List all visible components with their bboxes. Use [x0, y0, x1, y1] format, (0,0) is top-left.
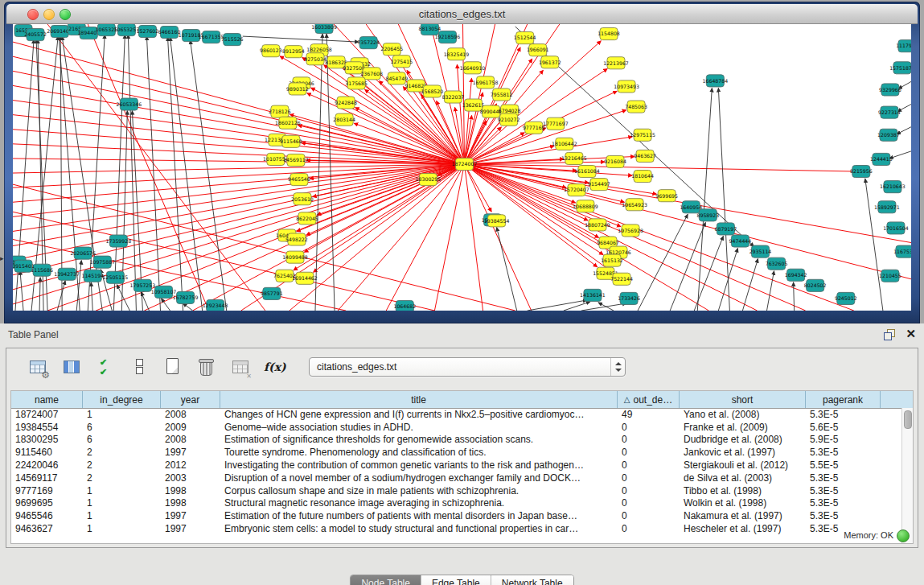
delete-table-button[interactable]: [230, 356, 251, 377]
graph-node[interactable]: 9227314: [878, 106, 901, 118]
graph-node[interactable]: 16961758: [473, 76, 499, 89]
table-cell[interactable]: 9465546: [11, 510, 83, 521]
tab-edge-table[interactable]: Edge Table: [421, 575, 491, 585]
graph-node[interactable]: 16161084: [574, 165, 600, 177]
graph-node[interactable]: 1154808: [598, 28, 620, 40]
graph-node[interactable]: 16210643: [880, 181, 906, 193]
graph-node[interactable]: 8024502: [804, 279, 827, 291]
graph-node[interactable]: 10688809: [573, 200, 598, 212]
graph-node[interactable]: 20206576: [70, 247, 96, 259]
table-cell[interactable]: 19384554: [11, 422, 83, 433]
table-cell[interactable]: 2008: [161, 434, 220, 445]
graph-node[interactable]: 1244415: [870, 153, 893, 165]
table-cell[interactable]: 0: [618, 459, 680, 471]
graph-node[interactable]: 1568520: [421, 85, 444, 97]
table-cell[interactable]: 0: [618, 447, 680, 458]
table-row[interactable]: 1938455462009Genome–wide association stu…: [11, 421, 902, 434]
graph-node[interactable]: 18325419: [444, 48, 470, 60]
table-cell[interactable]: Yano et al. (2008): [680, 409, 806, 420]
graph-node[interactable]: 16671355: [199, 31, 224, 43]
graph-node[interactable]: 19384554: [484, 215, 510, 227]
table-cell[interactable]: 1997: [161, 510, 220, 521]
graph-node[interactable]: 7515526: [221, 34, 244, 46]
table-cell[interactable]: Jankovic et al. (1997): [680, 447, 806, 458]
graph-node[interactable]: 12213967: [603, 57, 629, 69]
panel-collapse-arrow[interactable]: ▸: [0, 254, 4, 262]
table-cell[interactable]: Changes of HCN gene expression and I(f) …: [220, 409, 618, 420]
graph-node[interactable]: 16033809: [311, 24, 337, 34]
table-cell[interactable]: 0: [618, 497, 680, 509]
graph-node[interactable]: 1527602: [137, 26, 159, 38]
graph-node[interactable]: 12923448: [203, 299, 228, 311]
graph-node[interactable]: 1733426: [618, 292, 640, 304]
table-cell[interactable]: 2: [83, 447, 161, 458]
memory-status-indicator[interactable]: [897, 529, 910, 542]
graph-node[interactable]: 6466160: [158, 27, 181, 39]
table-cell[interactable]: 1998: [161, 497, 220, 509]
graph-node[interactable]: 16640910: [460, 62, 486, 74]
graph-node[interactable]: 9474444: [729, 235, 752, 247]
graph-node[interactable]: 2803144: [333, 113, 355, 126]
column-header-in_degree[interactable]: in_degree: [83, 391, 161, 408]
graph-node[interactable]: 14569117: [283, 154, 309, 166]
graph-node[interactable]: 1512544: [514, 32, 536, 44]
graph-node[interactable]: 18807249: [585, 219, 610, 231]
graph-node[interactable]: 8622045: [296, 212, 318, 225]
table-cell[interactable]: 2: [83, 459, 161, 471]
graph-node[interactable]: 14099488: [282, 251, 308, 263]
table-cell[interactable]: Investigating the contribution of common…: [220, 459, 618, 471]
graph-node[interactable]: 10973493: [614, 80, 639, 93]
close-icon[interactable]: ✕: [906, 327, 916, 341]
table-cell[interactable]: 49: [618, 409, 680, 420]
table-cell[interactable]: 2: [83, 472, 161, 484]
graph-node[interactable]: 2935114: [749, 245, 772, 257]
graph-node[interactable]: 17016504: [883, 222, 909, 234]
table-cell[interactable]: 5.5E-5: [806, 459, 881, 471]
table-cell[interactable]: 1: [83, 497, 161, 509]
show-columns-button[interactable]: [61, 356, 82, 377]
graph-node[interactable]: 9154497: [588, 179, 610, 191]
create-column-button[interactable]: [162, 356, 183, 377]
graph-node[interactable]: 1966091: [527, 44, 549, 56]
graph-node[interactable]: 9115460: [280, 135, 302, 147]
graph-node[interactable]: 1275415: [390, 56, 413, 68]
graph-node[interactable]: 3175685: [345, 77, 368, 89]
column-header-title[interactable]: title: [220, 391, 618, 408]
select-columns-button[interactable]: [95, 356, 116, 377]
table-cell[interactable]: 5.3E-5: [806, 510, 881, 521]
graph-node[interactable]: 1117937: [896, 40, 911, 52]
table-cell[interactable]: Tourette syndrome. Phenomenology and cla…: [220, 447, 618, 458]
table-cell[interactable]: 0: [618, 472, 680, 484]
table-cell[interactable]: 0: [618, 485, 680, 496]
graph-node[interactable]: 6879197: [715, 223, 737, 235]
function-builder-button[interactable]: f(x): [264, 356, 285, 377]
graph-node[interactable]: 16914462: [292, 272, 318, 284]
table-cell[interactable]: 5.3E-5: [806, 409, 881, 420]
table-cell[interactable]: 6: [83, 434, 161, 445]
table-cell[interactable]: 14569117: [11, 472, 83, 484]
table-cell[interactable]: 5.6E-5: [806, 422, 881, 433]
table-cell[interactable]: 5.3E-5: [806, 497, 881, 509]
graph-node[interactable]: 1167534: [893, 245, 911, 257]
graph-node[interactable]: 9463627: [634, 150, 656, 162]
graph-node[interactable]: 9245012: [835, 292, 857, 304]
graph-node[interactable]: 10975887: [89, 256, 115, 268]
graph-node[interactable]: 15720407: [564, 184, 589, 196]
graph-node[interactable]: 9275034: [304, 53, 326, 65]
graph-node[interactable]: 7522144: [610, 273, 633, 285]
graph-node[interactable]: 9216084: [604, 155, 626, 167]
graph-node[interactable]: 17771697: [543, 117, 569, 130]
graph-node[interactable]: 17957253: [130, 279, 156, 291]
graph-node[interactable]: 13942737: [54, 268, 80, 280]
graph-node[interactable]: 2206455: [380, 43, 403, 56]
network-canvas[interactable]: 1872400716558240557220691406216511894407…: [13, 24, 911, 311]
graph-node[interactable]: 16782759: [173, 291, 199, 303]
column-header-out_de[interactable]: △out_de…: [618, 391, 680, 408]
graph-node[interactable]: 1209387: [877, 129, 900, 141]
graph-node[interactable]: 1694342: [785, 269, 807, 281]
tab-node-table[interactable]: Node Table: [351, 575, 421, 585]
graph-node[interactable]: 2053610: [291, 193, 314, 205]
table-cell[interactable]: Estimation of the future numbers of pati…: [220, 510, 618, 521]
graph-node[interactable]: 16648784: [703, 75, 729, 87]
table-row[interactable]: 946554611997Estimation of the future num…: [11, 509, 902, 522]
